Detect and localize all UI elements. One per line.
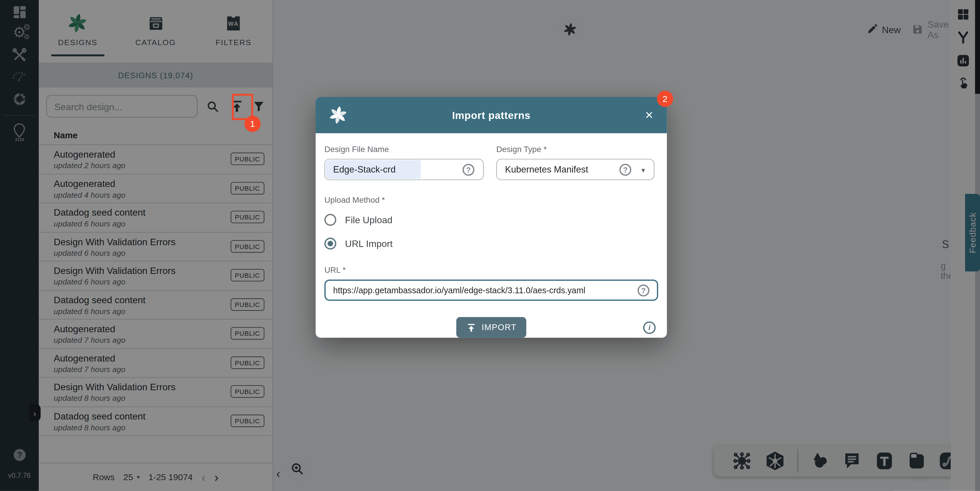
close-icon[interactable]: × (643, 106, 656, 124)
annotation-step-2: 2 (657, 91, 673, 107)
import-button[interactable]: IMPORT (456, 317, 527, 338)
meshery-app: New Save As Comments Actions ▾ Shar (0, 0, 980, 491)
modal-title: Import patterns (316, 109, 667, 121)
design-file-name-label: Design File Name (325, 144, 484, 154)
url-label: URL * (325, 265, 658, 274)
design-type-select[interactable]: Kubernetes Manifest ? ▼ (496, 159, 654, 180)
design-type-label: Design Type * (496, 144, 654, 154)
url-input[interactable]: https://app.getambassador.io/yaml/edge-s… (325, 279, 658, 301)
import-patterns-modal: Import patterns × Design File Name Edge-… (316, 97, 667, 338)
radio-selected-icon[interactable] (325, 238, 336, 250)
upload-icon (466, 322, 476, 332)
modal-body: Design File Name Edge-Stack-crd ? Design… (316, 133, 667, 338)
import-button-label: IMPORT (482, 323, 517, 332)
radio-unselected-icon[interactable] (325, 214, 336, 226)
chevron-down-icon[interactable]: ▼ (640, 167, 646, 174)
design-file-name-input[interactable]: Edge-Stack-crd ? (325, 159, 484, 180)
modal-header: Import patterns × (316, 97, 667, 133)
upload-method-label: Upload Method * (325, 195, 658, 204)
file-upload-option-label: File Upload (345, 214, 392, 225)
info-icon[interactable]: i (643, 321, 656, 334)
url-import-option-label: URL Import (345, 238, 393, 249)
help-circle-icon[interactable]: ? (619, 164, 631, 176)
url-import-option[interactable]: URL Import (325, 238, 658, 250)
annotation-step-1: 1 (245, 116, 261, 132)
help-circle-icon[interactable]: ? (638, 284, 649, 297)
help-circle-icon[interactable]: ? (463, 164, 475, 176)
file-upload-option[interactable]: File Upload (325, 214, 658, 226)
